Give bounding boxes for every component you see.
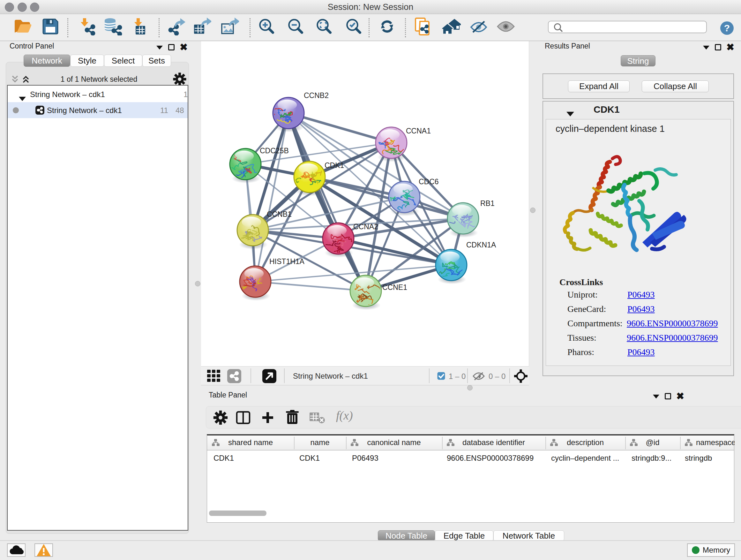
svg-text:CCNA1: CCNA1 [406, 127, 431, 135]
svg-text:CDKN1A: CDKN1A [466, 241, 496, 249]
svg-text:CCNA2: CCNA2 [353, 223, 378, 231]
svg-text:CDC6: CDC6 [419, 178, 439, 186]
svg-text:CCNE1: CCNE1 [382, 283, 407, 292]
svg-text:HIST1H1A: HIST1H1A [269, 257, 305, 266]
svg-text:CCNB1: CCNB1 [267, 210, 292, 219]
svg-text:CCNB2: CCNB2 [304, 91, 329, 100]
svg-text:RB1: RB1 [480, 199, 495, 207]
svg-text:CDC25B: CDC25B [260, 146, 289, 155]
svg-text:CDK1: CDK1 [325, 161, 344, 170]
